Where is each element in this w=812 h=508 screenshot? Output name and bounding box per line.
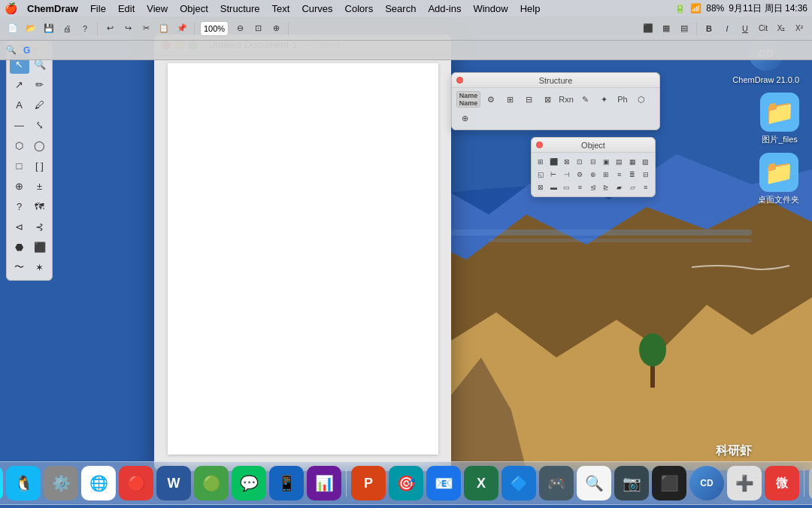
tool-pen[interactable]: 🖊 xyxy=(30,95,50,114)
dock-app7[interactable]: 🟢 xyxy=(194,466,229,500)
toolbar-zoom-fit[interactable]: ⊡ xyxy=(250,20,266,37)
obj-btn-20[interactable]: ▬ xyxy=(547,181,559,193)
structure-icon-4[interactable]: ⊠ xyxy=(539,91,556,108)
toolbar-save[interactable]: 💾 xyxy=(41,20,57,37)
tool-chain[interactable]: ⤥ xyxy=(30,115,50,135)
toolbar-cut[interactable]: ✂ xyxy=(138,20,154,37)
dock-app5[interactable]: 🔴 xyxy=(119,466,153,500)
fmt-google[interactable]: G xyxy=(20,43,33,58)
structure-icon-7[interactable]: ✦ xyxy=(595,91,612,108)
obj-btn-8[interactable]: ▦ xyxy=(626,156,638,168)
structure-icon-3[interactable]: ⊟ xyxy=(520,91,537,108)
dock-powerpoint[interactable]: P xyxy=(351,466,386,500)
tool-stereo[interactable]: ⊲ xyxy=(10,217,29,236)
tool-map[interactable]: 🗺 xyxy=(30,196,50,216)
obj-btn-15[interactable]: ⊞ xyxy=(600,169,612,181)
toolbar-paste[interactable]: 📌 xyxy=(174,20,190,37)
dock-app10[interactable]: 📊 xyxy=(307,466,341,500)
apple-menu[interactable]: 🍎 xyxy=(5,2,17,14)
tool-atom[interactable]: ⊕ xyxy=(10,176,29,196)
desktop-icon-img-files[interactable]: 📁 图片_files xyxy=(758,90,801,148)
structure-icon-9[interactable]: ⬡ xyxy=(633,91,650,108)
structure-icon-2[interactable]: ⊞ xyxy=(501,91,518,108)
toolbar-align-center[interactable]: ▦ xyxy=(658,20,674,37)
obj-btn-10[interactable]: ◱ xyxy=(535,169,547,181)
obj-btn-6[interactable]: ▣ xyxy=(600,156,612,168)
dock-finder[interactable]: 🖥 xyxy=(0,466,3,500)
structure-icon-1[interactable]: ⚙ xyxy=(483,91,499,108)
obj-btn-19[interactable]: ⊠ xyxy=(535,181,547,193)
dock-terminal[interactable]: ⬛ xyxy=(652,466,686,500)
obj-btn-16[interactable]: ≡ xyxy=(614,169,626,181)
toolbar-redo[interactable]: ↪ xyxy=(120,20,136,37)
tool-star[interactable]: ✶ xyxy=(30,257,50,277)
fmt-search-icon[interactable]: 🔍 xyxy=(3,43,20,58)
toolbar-zoom-out[interactable]: ⊖ xyxy=(232,20,248,37)
structure-icon-8[interactable]: Ph xyxy=(614,91,631,108)
structure-icon-6[interactable]: ✎ xyxy=(577,91,593,108)
dock-app13[interactable]: 🎯 xyxy=(389,466,423,500)
obj-btn-21[interactable]: ▭ xyxy=(561,181,573,193)
obj-btn-26[interactable]: ▱ xyxy=(626,181,638,193)
menu-colors[interactable]: Colors xyxy=(340,2,379,15)
toolbar-copy[interactable]: 📋 xyxy=(156,20,172,37)
obj-btn-24[interactable]: ⊵ xyxy=(600,181,612,193)
toolbar-subscript[interactable]: X₂ xyxy=(773,20,789,37)
obj-btn-22[interactable]: ≡ xyxy=(574,181,586,193)
app-name-menu[interactable]: ChemDraw xyxy=(22,2,83,15)
obj-btn-25[interactable]: ▰ xyxy=(614,181,626,193)
toolbar-zoom-input[interactable]: 100% xyxy=(200,21,229,36)
obj-btn-2[interactable]: ⬛ xyxy=(547,156,559,168)
menu-object[interactable]: Object xyxy=(174,2,214,15)
dock-add[interactable]: ➕ xyxy=(727,466,762,500)
tool-ring2[interactable]: ◯ xyxy=(30,135,50,155)
dock-wechat[interactable]: 💬 xyxy=(232,466,266,500)
obj-btn-5[interactable]: ⊟ xyxy=(587,156,599,168)
menu-search[interactable]: Search xyxy=(380,2,421,15)
menu-edit[interactable]: Edit xyxy=(113,2,140,15)
dock-app17[interactable]: 🎮 xyxy=(539,466,574,500)
tool-dash[interactable]: ⊰ xyxy=(30,217,50,236)
tool-rect[interactable]: □ xyxy=(10,156,29,175)
structure-icon-5[interactable]: Rxn xyxy=(558,91,574,108)
tool-query[interactable]: ? xyxy=(10,196,29,216)
toolbar-italic[interactable]: I xyxy=(719,20,735,37)
dock-chemdraw[interactable]: CD xyxy=(689,466,724,500)
toolbar-open[interactable]: 📂 xyxy=(23,20,39,37)
menu-window[interactable]: Window xyxy=(468,2,513,15)
toolbar-undo[interactable]: ↩ xyxy=(102,20,118,37)
obj-btn-4[interactable]: ⊡ xyxy=(574,156,586,168)
toolbar-superscript[interactable]: X² xyxy=(791,20,807,37)
toolbar-underline[interactable]: U xyxy=(737,20,753,37)
obj-btn-27[interactable]: ≡ xyxy=(640,181,652,193)
obj-btn-11[interactable]: ⊢ xyxy=(547,169,559,181)
menu-text[interactable]: Text xyxy=(267,2,295,15)
menu-addins[interactable]: Add-ins xyxy=(423,2,466,15)
dock-word[interactable]: W xyxy=(156,466,191,500)
menu-file[interactable]: File xyxy=(85,2,111,15)
structure-close-button[interactable] xyxy=(456,77,463,84)
obj-btn-14[interactable]: ⊕ xyxy=(587,169,599,181)
object-close-button[interactable] xyxy=(536,141,543,148)
dock-trash[interactable]: 🗑 xyxy=(809,466,812,500)
toolbar-bold[interactable]: B xyxy=(701,20,717,37)
obj-btn-7[interactable]: ▤ xyxy=(614,156,626,168)
tool-text[interactable]: A xyxy=(10,95,29,114)
toolbar-align-right[interactable]: ▤ xyxy=(676,20,692,37)
obj-btn-18[interactable]: ⊟ xyxy=(640,169,652,181)
obj-btn-12[interactable]: ⊣ xyxy=(561,169,573,181)
obj-btn-3[interactable]: ⊠ xyxy=(561,156,573,168)
obj-btn-9[interactable]: ▧ xyxy=(640,156,652,168)
dock-weibo[interactable]: 微 xyxy=(765,466,799,500)
dock-chrome[interactable]: 🌐 xyxy=(81,466,116,500)
tool-curve[interactable]: 〜 xyxy=(10,257,29,277)
menu-view[interactable]: View xyxy=(141,2,173,15)
menu-help[interactable]: Help xyxy=(515,2,546,15)
tool-charge[interactable]: ± xyxy=(30,176,50,196)
dock-app9[interactable]: 📱 xyxy=(269,466,304,500)
tool-table[interactable]: ⬛ xyxy=(30,237,50,257)
menu-curves[interactable]: Curves xyxy=(296,2,338,15)
dock-app16[interactable]: 🔷 xyxy=(501,466,536,500)
toolbar-help[interactable]: ? xyxy=(77,20,93,37)
tool-ring[interactable]: ⬡ xyxy=(10,135,29,155)
